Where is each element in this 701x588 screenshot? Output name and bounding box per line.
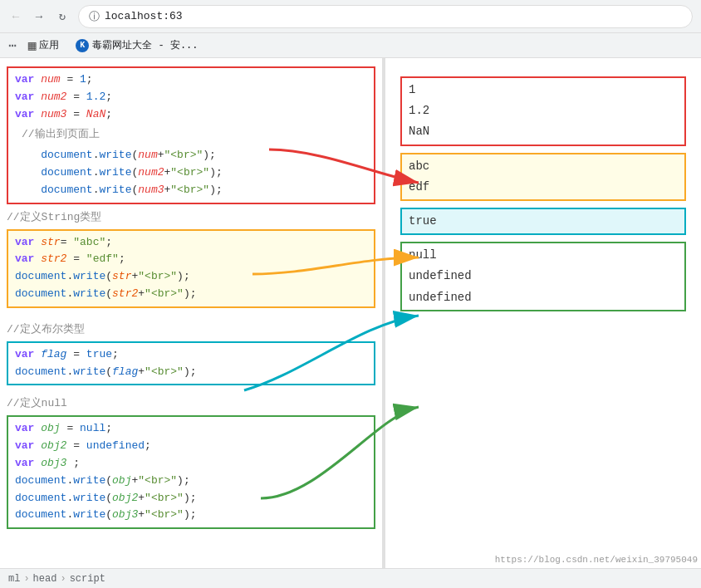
code-line: document.write(obj2+"<br>"); <box>15 490 367 507</box>
address-bar[interactable]: ⓘ localhost:63 <box>78 5 693 28</box>
bool-code-block: var flag = true; document.write(flag+"<b… <box>7 341 375 386</box>
str-code-block: var str= "abc"; var str2 = "edf"; docume… <box>7 229 375 308</box>
num-output-box: 1 1.2 NaN <box>400 76 686 146</box>
output-panel: 1 1.2 NaN abc edf true null undefined un… <box>385 58 701 568</box>
bool-code-section: var flag = true; document.write(flag+"<b… <box>7 341 375 386</box>
browser-chrome: ← → ↻ ⓘ localhost:63 <box>0 0 701 33</box>
code-line: document.write(num3+"<br>"); <box>15 182 367 199</box>
code-line: document.write(obj3+"<br>"); <box>15 507 367 524</box>
bookmark-duuba-label: 毒霸网址大全 - 安... <box>92 38 198 52</box>
code-line: document.write(num+"<br>"); <box>15 147 367 164</box>
code-line: document.write(obj+"<br>"); <box>15 473 367 490</box>
num-code-section: var num = 1; var num2 = 1.2; var num3 = … <box>7 66 375 204</box>
code-line: var flag = true; <box>15 346 367 364</box>
str-code-section: var str= "abc"; var str2 = "edf"; docume… <box>7 229 375 308</box>
str-output-1: abc <box>409 156 678 177</box>
grid-icon: ▦ <box>28 37 37 54</box>
null-output-box: null undefined undefined <box>400 242 686 311</box>
breadcrumb-script[interactable]: script <box>70 573 105 585</box>
code-line: document.write(num2+"<br>"); <box>15 164 367 182</box>
csdn-url: https://blog.csdn.net/weixin_39795049 <box>495 555 698 565</box>
code-line: document.write(str2+"<br>"); <box>15 286 367 303</box>
num-output-2: 1.2 <box>409 100 678 121</box>
refresh-button[interactable]: ↻ <box>55 9 70 24</box>
num-output-3: NaN <box>409 121 678 142</box>
address-text: localhost:63 <box>105 10 183 22</box>
code-panel: var num = 1; var num2 = 1.2; var num3 = … <box>0 58 382 568</box>
main-content: var num = 1; var num2 = 1.2; var num3 = … <box>0 58 701 568</box>
str-output-box: abc edf <box>400 153 686 201</box>
breadcrumb-ml[interactable]: ml <box>8 573 20 585</box>
status-bar: ml › head › script <box>0 568 701 588</box>
forward-button[interactable]: → <box>32 9 47 24</box>
bookmark-apps-label: 应用 <box>39 38 59 52</box>
bookmark-duuba[interactable]: K 毒霸网址大全 - 安... <box>71 37 203 54</box>
null-output-3: undefined <box>409 287 678 308</box>
info-icon: ⓘ <box>89 9 100 24</box>
code-line: document.write(flag+"<br>"); <box>15 364 367 381</box>
code-line: var str2 = "edf"; <box>15 251 367 268</box>
bookmark-apps[interactable]: ▦ 应用 <box>23 36 65 56</box>
bool-output-box: true <box>400 208 686 235</box>
bool-comment: //定义布尔类型 <box>0 318 382 340</box>
null-code-block: var obj = null; var obj2 = undefined; va… <box>7 415 375 529</box>
code-line: var str= "abc"; <box>15 234 367 252</box>
breadcrumb-sep-1: › <box>23 573 29 585</box>
null-comment: //定义null <box>0 392 382 414</box>
null-code-section: var obj = null; var obj2 = undefined; va… <box>7 415 375 529</box>
breadcrumb-head[interactable]: head <box>33 573 57 585</box>
code-line: var obj = null; <box>15 420 367 438</box>
comment-line: //输出到页面上 <box>15 123 367 147</box>
code-line: var obj2 = undefined; <box>15 438 367 455</box>
k-icon: K <box>76 39 89 52</box>
code-line: var num2 = 1.2; <box>15 89 367 106</box>
str-output-2: edf <box>409 177 678 198</box>
code-line: var num = 1; <box>15 71 367 89</box>
code-line: document.write(str+"<br>"); <box>15 268 367 286</box>
num-output-1: 1 <box>409 80 678 100</box>
num-code-block: var num = 1; var num2 = 1.2; var num3 = … <box>7 66 375 204</box>
breadcrumb-sep-2: › <box>60 573 66 585</box>
code-line: var num3 = NaN; <box>15 106 367 124</box>
null-output-2: undefined <box>409 266 678 287</box>
bookmarks-bar: ⋯ ▦ 应用 K 毒霸网址大全 - 安... <box>0 33 701 58</box>
string-comment: //定义String类型 <box>0 206 382 228</box>
code-line: var obj3 ; <box>15 455 367 473</box>
right-output: 1 1.2 NaN abc edf true null undefined un… <box>394 66 693 321</box>
null-output-1: null <box>409 245 678 266</box>
apps-icon[interactable]: ⋯ <box>8 37 17 54</box>
back-button[interactable]: ← <box>8 9 23 24</box>
bool-output-1: true <box>409 211 678 232</box>
